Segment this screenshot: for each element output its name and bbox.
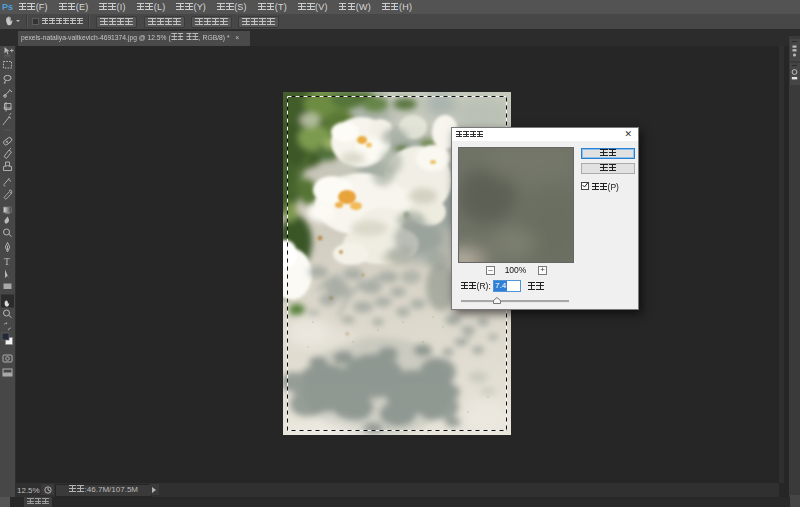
svg-text:T: T [4,257,10,267]
